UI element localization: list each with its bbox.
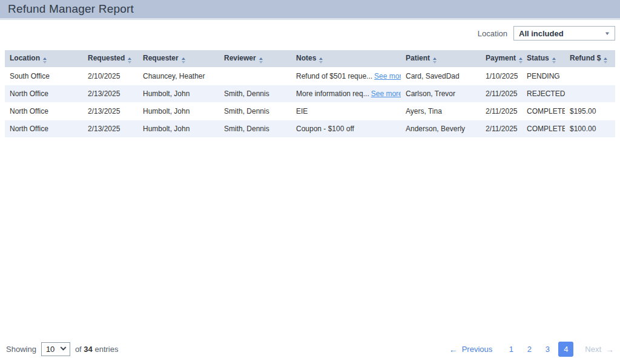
total-entries: 34 [84, 345, 92, 354]
cell-location: North Office [5, 102, 83, 120]
left-arrow-icon: ← [449, 345, 458, 354]
right-arrow-icon: → [605, 345, 614, 354]
column-header-patient[interactable]: Patient [401, 50, 481, 67]
column-header-requester[interactable]: Requester [138, 50, 219, 67]
table-header-row: Location Requested Requester Reviewer No… [5, 50, 615, 67]
filter-row: Location All included ▼ [0, 20, 620, 47]
cell-status: COMPLETED [522, 120, 565, 137]
cell-reviewer: Smith, Dennis [219, 102, 291, 120]
chevron-down-icon: ▼ [604, 31, 610, 36]
showing-entries: Showing 10 of 34 entries [6, 342, 118, 356]
sort-icon [552, 57, 556, 63]
see-more-link[interactable]: See more [371, 89, 401, 98]
cell-payment: 2/11/2025 [481, 102, 522, 120]
cell-status: PENDING [522, 67, 565, 85]
column-header-refund[interactable]: Refund $ [565, 50, 615, 67]
cell-reviewer: Smith, Dennis [219, 85, 291, 102]
pagination-page-1[interactable]: 1 [502, 345, 520, 354]
table-row[interactable]: North Office 2/13/2025 Humbolt, John Smi… [5, 85, 615, 102]
cell-payment: 2/11/2025 [481, 120, 522, 137]
location-label: Location [478, 29, 507, 38]
sort-icon [433, 57, 437, 63]
table-row[interactable]: North Office 2/13/2025 Humbolt, John Smi… [5, 102, 615, 120]
cell-requested: 2/10/2025 [83, 67, 138, 85]
cell-refund [565, 85, 615, 102]
column-header-status[interactable]: Status [522, 50, 565, 67]
cell-patient: Anderson, Beverly [401, 120, 481, 137]
pagination-page-2[interactable]: 2 [520, 345, 538, 354]
sort-icon [43, 57, 47, 63]
cell-notes: More information req...See more [291, 85, 401, 102]
cell-location: North Office [5, 120, 83, 137]
chevron-down-icon [60, 345, 66, 351]
sort-icon [519, 57, 523, 63]
title-bar: Refund Manager Report [0, 0, 620, 20]
cell-reviewer [219, 67, 291, 85]
of-label: of [75, 345, 82, 354]
cell-location: North Office [5, 85, 83, 102]
cell-patient: Ayers, Tina [401, 102, 481, 120]
pagination-previous[interactable]: ←Previous [449, 345, 493, 354]
cell-notes: EIE [291, 102, 401, 120]
cell-location: South Office [5, 67, 83, 85]
cell-patient: Card, SavedDad [401, 67, 481, 85]
cell-requested: 2/13/2025 [83, 102, 138, 120]
sort-icon [128, 57, 131, 63]
sort-icon [259, 57, 263, 63]
refund-table: Location Requested Requester Reviewer No… [5, 50, 615, 137]
sort-icon [182, 57, 185, 63]
cell-refund [565, 67, 615, 85]
showing-label: Showing [6, 345, 36, 354]
entries-label: entries [94, 345, 118, 354]
pagination-page-4-active[interactable]: 4 [558, 342, 573, 357]
cell-notes: Refund of $501 reque...See more [291, 67, 401, 85]
cell-status: REJECTED [522, 85, 565, 102]
table-row[interactable]: North Office 2/13/2025 Humbolt, John Smi… [5, 120, 615, 137]
column-header-notes[interactable]: Notes [291, 50, 401, 67]
page-size-select[interactable]: 10 [41, 342, 70, 356]
cell-requester: Chauncey, Heather [138, 67, 219, 85]
column-header-requested[interactable]: Requested [83, 50, 138, 67]
cell-requester: Humbolt, John [138, 85, 219, 102]
page-title: Refund Manager Report [8, 2, 134, 16]
cell-payment: 1/10/2025 [481, 67, 522, 85]
sort-icon [604, 57, 607, 63]
pagination-next[interactable]: Next→ [585, 345, 614, 354]
pagination-page-3[interactable]: 3 [538, 345, 556, 354]
cell-refund: $195.00 [565, 102, 615, 120]
location-select-value: All included [519, 29, 564, 38]
cell-reviewer: Smith, Dennis [219, 120, 291, 137]
cell-requester: Humbolt, John [138, 102, 219, 120]
sort-icon [319, 57, 323, 63]
cell-payment: 2/11/2025 [481, 85, 522, 102]
column-header-reviewer[interactable]: Reviewer [219, 50, 291, 67]
see-more-link[interactable]: See more [374, 72, 401, 80]
cell-status: COMPLETED [522, 102, 565, 120]
cell-requested: 2/13/2025 [83, 120, 138, 137]
page-size-value: 10 [46, 345, 54, 354]
cell-requested: 2/13/2025 [83, 85, 138, 102]
location-select[interactable]: All included ▼ [513, 26, 615, 41]
table-footer: Showing 10 of 34 entries ←Previous 1 2 3… [0, 342, 620, 357]
cell-refund: $100.00 [565, 120, 615, 137]
column-header-payment[interactable]: Payment [481, 50, 522, 67]
pagination: ←Previous 1 2 3 4 Next→ [449, 342, 614, 357]
table-row[interactable]: South Office 2/10/2025 Chauncey, Heather… [5, 67, 615, 85]
cell-patient: Carlson, Trevor [401, 85, 481, 102]
cell-notes: Coupon - $100 off [291, 120, 401, 137]
cell-requester: Humbolt, John [138, 120, 219, 137]
column-header-location[interactable]: Location [5, 50, 83, 67]
